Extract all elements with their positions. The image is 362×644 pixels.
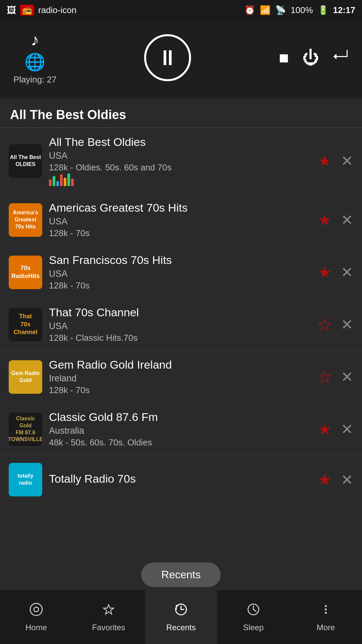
station-country: Ireland <box>49 373 311 384</box>
station-country: USA <box>49 321 311 331</box>
favorite-star-button[interactable]: ★ <box>318 211 331 229</box>
station-info: Classic Gold 87.6 FmAustralia48k - 50s. … <box>49 411 311 448</box>
station-name: That 70s Channel <box>49 306 311 319</box>
station-item[interactable]: Classic Gold FM 87.6 TOWNSVILLEClassic G… <box>0 403 362 455</box>
status-left: 🖼 📻 radio-icon <box>7 5 76 16</box>
station-info: Americas Greatest 70s HitsUSA128k - 70s <box>49 201 311 238</box>
station-info: Gem Radio Gold IrelandIreland128k - 70s <box>49 358 311 395</box>
share-button[interactable]: ⮠ <box>333 48 349 67</box>
station-name: Totally Radio 70s <box>49 472 311 485</box>
station-meta: 48k - 50s. 60s. 70s. Oldies <box>49 437 311 448</box>
station-item[interactable]: That 70s ChannelThat 70s ChannelUSA128k … <box>0 299 362 351</box>
more-nav-label: More <box>317 623 335 632</box>
playing-text: Playing: 27 <box>13 74 57 85</box>
status-right: ⏰ 📶 📡 100% 🔋 12:17 <box>244 5 355 15</box>
chart-bar <box>53 176 55 186</box>
station-country: USA <box>49 216 311 227</box>
station-item[interactable]: America's Greatest 70s HitsAmericas Grea… <box>0 194 362 246</box>
station-info: That 70s ChannelUSA128k - Classic Hits.7… <box>49 306 311 343</box>
stop-button[interactable]: ■ <box>279 48 289 67</box>
nav-item-more[interactable]: More <box>290 590 362 644</box>
home-nav-icon <box>29 602 44 620</box>
station-item[interactable]: 70s RadioHitsSan Franciscos 70s HitsUSA1… <box>0 246 362 299</box>
favorite-star-button[interactable]: ★ <box>318 263 331 281</box>
station-actions: ★✕ <box>318 211 353 229</box>
audio-chart <box>49 173 311 186</box>
svg-point-0 <box>30 603 42 615</box>
nav-item-sleep[interactable]: Sleep <box>217 590 290 644</box>
chart-bar <box>64 178 66 186</box>
signal-icon: 📡 <box>275 5 286 15</box>
station-name: Americas Greatest 70s Hits <box>49 201 311 214</box>
remove-station-button[interactable]: ✕ <box>341 264 353 281</box>
station-meta: 128k - Oldies. 50s. 60s and 70s <box>49 162 311 173</box>
remove-station-button[interactable]: ✕ <box>341 421 353 438</box>
recents-tooltip: Recents <box>141 562 221 587</box>
battery-level: 100% <box>291 5 313 15</box>
remove-station-button[interactable]: ✕ <box>341 368 353 385</box>
station-actions: ★✕ <box>318 420 353 438</box>
station-list: All The Best OLDIESAll The Best OldiesUS… <box>0 128 362 504</box>
bottom-nav: HomeFavoritesRecentsSleepMore <box>0 590 362 644</box>
wifi-icon: 📶 <box>260 5 270 15</box>
alarm-icon: ⏰ <box>244 5 255 15</box>
chart-bar <box>67 173 70 186</box>
player-right-controls: ■ ⏻ ⮠ <box>279 48 349 67</box>
pause-button[interactable]: ⏸ <box>144 34 191 81</box>
station-item[interactable]: Gem Radio GoldGem Radio Gold IrelandIrel… <box>0 351 362 403</box>
station-info: San Franciscos 70s HitsUSA128k - 70s <box>49 254 311 291</box>
station-logo: All The Best OLDIES <box>9 144 42 178</box>
sleep-nav-label: Sleep <box>243 623 263 632</box>
favorite-star-button[interactable]: ★ <box>318 152 331 170</box>
recents-nav-icon <box>174 602 188 620</box>
station-country: USA <box>49 269 311 279</box>
more-nav-icon <box>318 602 333 620</box>
music-icon[interactable]: ♪ <box>31 30 39 50</box>
globe-icon[interactable]: 🌐 <box>24 52 45 72</box>
remove-station-button[interactable]: ✕ <box>341 211 353 228</box>
nav-item-favorites[interactable]: Favorites <box>72 590 145 644</box>
station-logo: That 70s Channel <box>9 308 42 341</box>
station-logo: 70s RadioHits <box>9 256 42 289</box>
remove-station-button[interactable]: ✕ <box>341 152 353 169</box>
station-actions: ★✕ <box>318 316 353 334</box>
player-header: ♪ 🌐 Playing: 27 ⏸ ■ ⏻ ⮠ <box>0 20 362 98</box>
station-actions: ★✕ <box>318 368 353 386</box>
sleep-nav-icon <box>246 602 261 620</box>
notification-count: radio-icon <box>38 5 76 15</box>
nav-item-recents[interactable]: Recents <box>145 590 217 644</box>
photo-icon: 🖼 <box>7 5 16 16</box>
svg-point-1 <box>34 607 39 612</box>
svg-marker-2 <box>104 605 114 614</box>
section-title: All The Best Oldies <box>0 98 362 127</box>
home-nav-label: Home <box>25 623 47 632</box>
station-name: All The Best Oldies <box>49 136 311 149</box>
favorites-nav-icon <box>101 602 116 620</box>
chart-bar <box>49 179 52 186</box>
station-actions: ★✕ <box>318 152 353 170</box>
station-logo: Gem Radio Gold <box>9 360 42 394</box>
svg-point-6 <box>325 605 327 607</box>
station-name: San Franciscos 70s Hits <box>49 254 311 267</box>
station-item[interactable]: totally radioTotally Radio 70s★✕ <box>0 455 362 504</box>
station-logo: totally radio <box>9 463 42 496</box>
station-logo: America's Greatest 70s Hits <box>9 203 42 237</box>
station-name: Gem Radio Gold Ireland <box>49 358 311 371</box>
radio-app-icon: 📻 <box>20 5 34 15</box>
station-meta: 128k - Classic Hits.70s <box>49 333 311 343</box>
power-button[interactable]: ⏻ <box>302 48 319 67</box>
remove-station-button[interactable]: ✕ <box>341 471 353 488</box>
battery-icon: 🔋 <box>318 5 328 15</box>
favorite-star-button[interactable]: ★ <box>318 316 331 334</box>
player-left-controls: ♪ 🌐 Playing: 27 <box>13 30 57 85</box>
station-item[interactable]: All The Best OLDIESAll The Best OldiesUS… <box>0 128 362 194</box>
station-info: All The Best OldiesUSA128k - Oldies. 50s… <box>49 136 311 186</box>
remove-station-button[interactable]: ✕ <box>341 316 353 333</box>
favorite-star-button[interactable]: ★ <box>318 420 331 438</box>
favorite-star-button[interactable]: ★ <box>318 471 331 489</box>
nav-item-home[interactable]: Home <box>0 590 72 644</box>
favorite-star-button[interactable]: ★ <box>318 368 331 386</box>
clock: 12:17 <box>333 5 356 15</box>
chart-bar <box>60 174 63 186</box>
pause-icon: ⏸ <box>157 45 178 70</box>
